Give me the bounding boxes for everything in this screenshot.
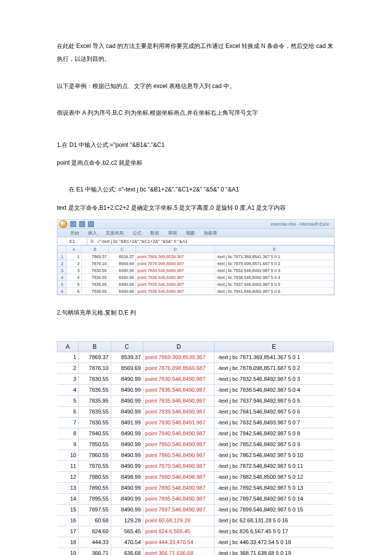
cell-c[interactable]: 8569.69 bbox=[111, 363, 143, 373]
cell-b[interactable]: 7897.55 bbox=[79, 504, 111, 515]
cell-d[interactable]: point 7869.369,8539.367 bbox=[143, 352, 214, 363]
cell-d[interactable]: point 7890.546,8490.987 bbox=[143, 482, 214, 493]
cell[interactable]: point 7839.546,8490.987 bbox=[136, 288, 215, 295]
cell-a[interactable]: 14 bbox=[57, 493, 79, 504]
cell-c[interactable]: 8490.99 bbox=[111, 384, 143, 395]
cell-c[interactable]: 8491.99 bbox=[111, 417, 143, 428]
cell[interactable]: 8569.69 bbox=[109, 260, 136, 267]
cell-b[interactable]: 7880.55 bbox=[79, 471, 111, 482]
cell-c[interactable]: 8490.99 bbox=[111, 493, 143, 504]
name-box[interactable]: E1 bbox=[57, 238, 87, 244]
cell[interactable]: -text j bc 7878.098,8571.687 5 0 2 bbox=[215, 260, 334, 267]
cell-e[interactable]: -text j bc 7878.098,8571.687 5 0 2 bbox=[215, 363, 334, 373]
cell-c[interactable]: 8490.99 bbox=[111, 406, 143, 417]
cell-b[interactable]: 7890.55 bbox=[79, 482, 111, 493]
cell-a[interactable]: 13 bbox=[57, 482, 79, 493]
cell-d[interactable]: point 7840.546,8490.987 bbox=[143, 428, 214, 439]
cell-a[interactable]: 8 bbox=[57, 428, 79, 439]
cell-c[interactable]: 8498.99 bbox=[111, 471, 143, 482]
header-B[interactable]: B bbox=[79, 341, 111, 352]
tab-layout[interactable]: 页面布局 bbox=[106, 230, 124, 236]
cell-e[interactable]: -text j bc 826.6,567.45 5 0 17 bbox=[215, 526, 334, 537]
cell-a[interactable]: 9 bbox=[57, 439, 79, 450]
cell-a[interactable]: 4 bbox=[57, 384, 79, 395]
cell-a[interactable]: 15 bbox=[57, 504, 79, 515]
cell-e[interactable]: -text j bc 7852.546,8492.987 5 0 9 bbox=[215, 439, 334, 450]
cell-b[interactable]: 7850.55 bbox=[79, 439, 111, 450]
col-C[interactable]: C bbox=[109, 246, 136, 253]
cell-c[interactable]: 129.28 bbox=[111, 515, 143, 526]
cell-d[interactable]: point 7860.546,8490.987 bbox=[143, 450, 214, 461]
office-orb-icon[interactable] bbox=[59, 220, 67, 228]
cell[interactable]: point 7836.546,8490.987 bbox=[136, 274, 215, 281]
cell-b[interactable]: 824.60 bbox=[79, 526, 111, 537]
cell-d[interactable]: point 7870.546,8490.987 bbox=[143, 461, 214, 471]
cell[interactable]: 7830.55 bbox=[82, 267, 109, 274]
cell[interactable]: 8490.99 bbox=[109, 288, 136, 295]
cell-d[interactable]: point 7839.546,8490.987 bbox=[143, 406, 214, 417]
cell-e[interactable]: -text j bc 7872.546,8492.987 5 0 11 bbox=[215, 461, 334, 471]
cell-b[interactable]: 7870.55 bbox=[79, 461, 111, 471]
cell[interactable]: 8490.99 bbox=[109, 281, 136, 288]
cell[interactable]: 2 bbox=[67, 260, 82, 267]
select-all-corner[interactable] bbox=[58, 246, 67, 253]
cell-c[interactable]: 8490.99 bbox=[111, 373, 143, 384]
cell-c[interactable]: 8490.99 bbox=[111, 395, 143, 406]
cell-e[interactable]: -text j bc 7832.546,8493.987 5 0 7 bbox=[215, 417, 334, 428]
cell[interactable]: point 7830.546,8490.987 bbox=[136, 267, 215, 274]
cell-d[interactable]: point 7895.546,8490.987 bbox=[143, 493, 214, 504]
cell-b[interactable]: 366.71 bbox=[79, 548, 111, 555]
header-C[interactable]: C bbox=[111, 341, 143, 352]
cell-b[interactable]: 7840.55 bbox=[79, 428, 111, 439]
cell-e[interactable]: -text j bc 62.68,131.28 5 0 16 bbox=[215, 515, 334, 526]
row-header[interactable]: 5 bbox=[58, 281, 67, 288]
cell-d[interactable]: point 824.6,565.45 bbox=[143, 526, 214, 537]
cell-a[interactable]: 16 bbox=[57, 515, 79, 526]
cell[interactable]: -text j bc 7837.946,8492.987 5 0 5 bbox=[215, 281, 334, 288]
cell-b[interactable]: 7835.95 bbox=[79, 395, 111, 406]
cell-a[interactable]: 19 bbox=[57, 548, 79, 555]
cell-b[interactable]: 7836.55 bbox=[79, 384, 111, 395]
cell-a[interactable]: 18 bbox=[57, 537, 79, 548]
cell-e[interactable]: -text j bc 7899.546,8492.987 5 0 15 bbox=[215, 504, 334, 515]
col-B[interactable]: B bbox=[82, 246, 109, 253]
cell-e[interactable]: -text j bc 7882.546,8500.987 5 0 12 bbox=[215, 471, 334, 482]
cell-c[interactable]: 8490.99 bbox=[111, 482, 143, 493]
cell-b[interactable]: 7895.55 bbox=[79, 493, 111, 504]
cell-e[interactable]: -text j bc 7897.546,8492.987 5 0 14 bbox=[215, 493, 334, 504]
cell-c[interactable]: 636.68 bbox=[111, 548, 143, 555]
fx-icon[interactable]: fx bbox=[87, 239, 97, 244]
cell[interactable]: 8490.99 bbox=[109, 274, 136, 281]
qat-undo-icon[interactable] bbox=[79, 221, 85, 227]
row-header[interactable]: 3 bbox=[58, 267, 67, 274]
cell-d[interactable]: point 7897.546,8490.987 bbox=[143, 504, 214, 515]
cell-e[interactable]: -text j bc 7892.546,8492.987 5 0 13 bbox=[215, 482, 334, 493]
cell[interactable]: 8539.37 bbox=[109, 253, 136, 260]
cell-e[interactable]: -text j bc 7837.946,8492.987 5 0 5 bbox=[215, 395, 334, 406]
cell-a[interactable]: 12 bbox=[57, 471, 79, 482]
header-A[interactable]: A bbox=[57, 341, 79, 352]
cell-c[interactable]: 470.54 bbox=[111, 537, 143, 548]
row-header[interactable]: 2 bbox=[58, 260, 67, 267]
cell-c[interactable]: 8539.37 bbox=[111, 352, 143, 363]
tab-view[interactable]: 视图 bbox=[186, 230, 195, 236]
cell-d[interactable]: point 7836.546,8490.987 bbox=[143, 384, 214, 395]
cell[interactable]: 8490.99 bbox=[109, 267, 136, 274]
cell-d[interactable]: point 366.71,636.68 bbox=[143, 548, 214, 555]
cell-b[interactable]: 7839.55 bbox=[79, 406, 111, 417]
cell-a[interactable]: 2 bbox=[57, 363, 79, 373]
cell-e[interactable]: -text j bc 7871.369,8541.367 5 0 1 bbox=[215, 352, 334, 363]
cell[interactable]: 3 bbox=[67, 267, 82, 274]
cell-b[interactable]: 7860.55 bbox=[79, 450, 111, 461]
cell[interactable]: -text j bc 7832.546,8492.987 5 0 3 bbox=[215, 267, 334, 274]
cell-c[interactable]: 565.45 bbox=[111, 526, 143, 537]
cell-d[interactable]: point 7830.546,8491.987 bbox=[143, 417, 214, 428]
row-header[interactable]: 1 bbox=[58, 253, 67, 260]
cell-d[interactable]: point 7850.546,8490.987 bbox=[143, 439, 214, 450]
tab-insert[interactable]: 插入 bbox=[88, 230, 97, 236]
cell-d[interactable]: point 7830.546,8490.987 bbox=[143, 373, 214, 384]
cell-c[interactable]: 8490.99 bbox=[111, 439, 143, 450]
cell-b[interactable]: 444.33 bbox=[79, 537, 111, 548]
tab-addin[interactable]: 加载项 bbox=[204, 230, 217, 236]
cell[interactable]: 7836.55 bbox=[82, 274, 109, 281]
